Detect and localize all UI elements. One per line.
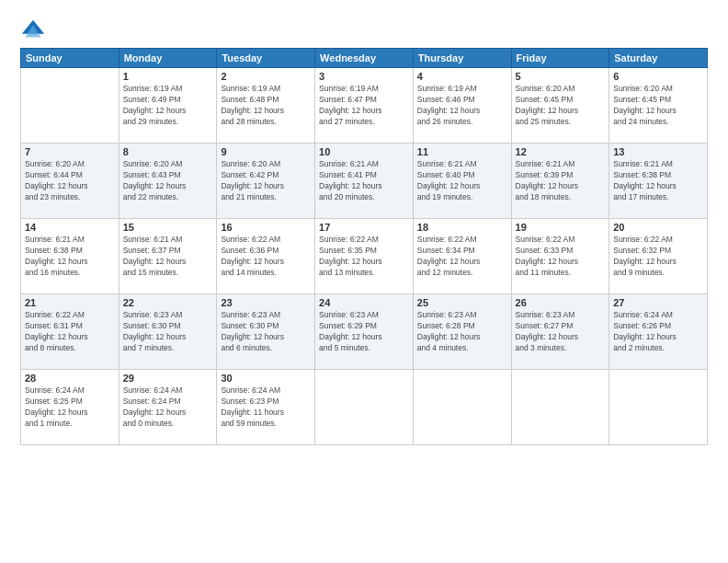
calendar-cell: 25Sunrise: 6:23 AM Sunset: 6:28 PM Dayli…: [413, 294, 511, 370]
calendar-cell: 10Sunrise: 6:21 AM Sunset: 6:41 PM Dayli…: [315, 144, 414, 219]
day-info: Sunrise: 6:19 AM Sunset: 6:49 PM Dayligh…: [123, 84, 213, 128]
day-info: Sunrise: 6:19 AM Sunset: 6:48 PM Dayligh…: [221, 84, 311, 128]
day-number: 6: [613, 71, 703, 82]
weekday-header-friday: Friday: [511, 49, 609, 68]
calendar-cell: 14Sunrise: 6:21 AM Sunset: 6:38 PM Dayli…: [21, 219, 119, 294]
day-number: 12: [516, 146, 606, 157]
day-info: Sunrise: 6:24 AM Sunset: 6:26 PM Dayligh…: [613, 310, 703, 354]
day-info: Sunrise: 6:22 AM Sunset: 6:33 PM Dayligh…: [516, 235, 606, 279]
day-info: Sunrise: 6:22 AM Sunset: 6:31 PM Dayligh…: [25, 310, 115, 354]
calendar-cell: 15Sunrise: 6:21 AM Sunset: 6:37 PM Dayli…: [119, 219, 217, 294]
calendar-cell: 6Sunrise: 6:20 AM Sunset: 6:45 PM Daylig…: [609, 68, 708, 144]
weekday-header-monday: Monday: [119, 49, 217, 68]
calendar-table: SundayMondayTuesdayWednesdayThursdayFrid…: [20, 48, 708, 445]
weekday-header-thursday: Thursday: [413, 49, 511, 68]
day-info: Sunrise: 6:21 AM Sunset: 6:38 PM Dayligh…: [613, 159, 703, 203]
day-number: 14: [25, 222, 115, 233]
weekday-header-wednesday: Wednesday: [315, 49, 414, 68]
day-info: Sunrise: 6:20 AM Sunset: 6:42 PM Dayligh…: [221, 159, 311, 203]
day-number: 26: [516, 297, 606, 308]
day-info: Sunrise: 6:20 AM Sunset: 6:43 PM Dayligh…: [123, 159, 213, 203]
day-info: Sunrise: 6:23 AM Sunset: 6:30 PM Dayligh…: [221, 310, 311, 354]
day-number: 22: [123, 297, 213, 308]
day-number: 19: [516, 222, 606, 233]
logo: [20, 17, 50, 42]
calendar-week-row: 7Sunrise: 6:20 AM Sunset: 6:44 PM Daylig…: [21, 144, 708, 219]
calendar-cell: [315, 370, 414, 445]
calendar-cell: 24Sunrise: 6:23 AM Sunset: 6:29 PM Dayli…: [315, 294, 414, 370]
day-info: Sunrise: 6:23 AM Sunset: 6:29 PM Dayligh…: [319, 310, 409, 354]
day-info: Sunrise: 6:20 AM Sunset: 6:44 PM Dayligh…: [25, 159, 115, 203]
calendar-cell: 4Sunrise: 6:19 AM Sunset: 6:46 PM Daylig…: [413, 68, 511, 144]
calendar-cell: 7Sunrise: 6:20 AM Sunset: 6:44 PM Daylig…: [21, 144, 119, 219]
day-info: Sunrise: 6:22 AM Sunset: 6:35 PM Dayligh…: [319, 235, 409, 279]
day-info: Sunrise: 6:21 AM Sunset: 6:40 PM Dayligh…: [417, 159, 507, 203]
day-number: 7: [25, 146, 115, 157]
weekday-header-tuesday: Tuesday: [217, 49, 315, 68]
calendar-cell: [413, 370, 511, 445]
calendar-cell: 3Sunrise: 6:19 AM Sunset: 6:47 PM Daylig…: [315, 68, 414, 144]
day-number: 3: [319, 71, 409, 82]
day-info: Sunrise: 6:22 AM Sunset: 6:34 PM Dayligh…: [417, 235, 507, 279]
day-info: Sunrise: 6:21 AM Sunset: 6:37 PM Dayligh…: [123, 235, 213, 279]
calendar-cell: [21, 68, 119, 144]
logo-icon: [20, 17, 46, 42]
calendar-week-row: 28Sunrise: 6:24 AM Sunset: 6:25 PM Dayli…: [21, 370, 708, 445]
day-number: 24: [319, 297, 409, 308]
day-number: 18: [417, 222, 507, 233]
day-number: 21: [25, 297, 115, 308]
day-number: 17: [319, 222, 409, 233]
day-info: Sunrise: 6:21 AM Sunset: 6:38 PM Dayligh…: [25, 235, 115, 279]
day-info: Sunrise: 6:23 AM Sunset: 6:27 PM Dayligh…: [516, 310, 606, 354]
day-info: Sunrise: 6:24 AM Sunset: 6:25 PM Dayligh…: [25, 385, 115, 430]
calendar-cell: 13Sunrise: 6:21 AM Sunset: 6:38 PM Dayli…: [609, 144, 708, 219]
day-number: 5: [516, 71, 606, 82]
calendar-cell: [511, 370, 609, 445]
calendar-cell: 12Sunrise: 6:21 AM Sunset: 6:39 PM Dayli…: [511, 144, 609, 219]
calendar-cell: 29Sunrise: 6:24 AM Sunset: 6:24 PM Dayli…: [119, 370, 217, 445]
calendar-cell: 1Sunrise: 6:19 AM Sunset: 6:49 PM Daylig…: [119, 68, 217, 144]
day-number: 16: [221, 222, 311, 233]
day-number: 8: [123, 146, 213, 157]
day-info: Sunrise: 6:24 AM Sunset: 6:23 PM Dayligh…: [221, 385, 311, 430]
day-number: 9: [221, 146, 311, 157]
day-number: 28: [25, 373, 115, 384]
day-info: Sunrise: 6:20 AM Sunset: 6:45 PM Dayligh…: [516, 84, 606, 128]
calendar-cell: 30Sunrise: 6:24 AM Sunset: 6:23 PM Dayli…: [217, 370, 315, 445]
day-info: Sunrise: 6:23 AM Sunset: 6:30 PM Dayligh…: [123, 310, 213, 354]
calendar-cell: 16Sunrise: 6:22 AM Sunset: 6:36 PM Dayli…: [217, 219, 315, 294]
day-number: 11: [417, 146, 507, 157]
day-number: 30: [221, 373, 311, 384]
day-info: Sunrise: 6:21 AM Sunset: 6:39 PM Dayligh…: [516, 159, 606, 203]
calendar-cell: 8Sunrise: 6:20 AM Sunset: 6:43 PM Daylig…: [119, 144, 217, 219]
day-number: 1: [123, 71, 213, 82]
day-number: 23: [221, 297, 311, 308]
calendar-cell: 5Sunrise: 6:20 AM Sunset: 6:45 PM Daylig…: [511, 68, 609, 144]
day-info: Sunrise: 6:19 AM Sunset: 6:46 PM Dayligh…: [417, 84, 507, 128]
day-info: Sunrise: 6:20 AM Sunset: 6:45 PM Dayligh…: [613, 84, 703, 128]
calendar-week-row: 14Sunrise: 6:21 AM Sunset: 6:38 PM Dayli…: [21, 219, 708, 294]
calendar-cell: 20Sunrise: 6:22 AM Sunset: 6:32 PM Dayli…: [609, 219, 708, 294]
calendar-cell: 9Sunrise: 6:20 AM Sunset: 6:42 PM Daylig…: [217, 144, 315, 219]
calendar-cell: 11Sunrise: 6:21 AM Sunset: 6:40 PM Dayli…: [413, 144, 511, 219]
day-number: 10: [319, 146, 409, 157]
day-number: 13: [613, 146, 703, 157]
calendar-week-row: 21Sunrise: 6:22 AM Sunset: 6:31 PM Dayli…: [21, 294, 708, 370]
calendar-cell: 19Sunrise: 6:22 AM Sunset: 6:33 PM Dayli…: [511, 219, 609, 294]
weekday-header-sunday: Sunday: [21, 49, 119, 68]
day-number: 2: [221, 71, 311, 82]
calendar-cell: [609, 370, 708, 445]
day-number: 25: [417, 297, 507, 308]
calendar-cell: 17Sunrise: 6:22 AM Sunset: 6:35 PM Dayli…: [315, 219, 414, 294]
day-info: Sunrise: 6:19 AM Sunset: 6:47 PM Dayligh…: [319, 84, 409, 128]
day-number: 20: [613, 222, 703, 233]
day-number: 15: [123, 222, 213, 233]
calendar-cell: 22Sunrise: 6:23 AM Sunset: 6:30 PM Dayli…: [119, 294, 217, 370]
calendar-cell: 2Sunrise: 6:19 AM Sunset: 6:48 PM Daylig…: [217, 68, 315, 144]
day-info: Sunrise: 6:23 AM Sunset: 6:28 PM Dayligh…: [417, 310, 507, 354]
page-header: [20, 17, 708, 42]
calendar-cell: 23Sunrise: 6:23 AM Sunset: 6:30 PM Dayli…: [217, 294, 315, 370]
day-number: 29: [123, 373, 213, 384]
calendar-cell: 27Sunrise: 6:24 AM Sunset: 6:26 PM Dayli…: [609, 294, 708, 370]
calendar-cell: 21Sunrise: 6:22 AM Sunset: 6:31 PM Dayli…: [21, 294, 119, 370]
